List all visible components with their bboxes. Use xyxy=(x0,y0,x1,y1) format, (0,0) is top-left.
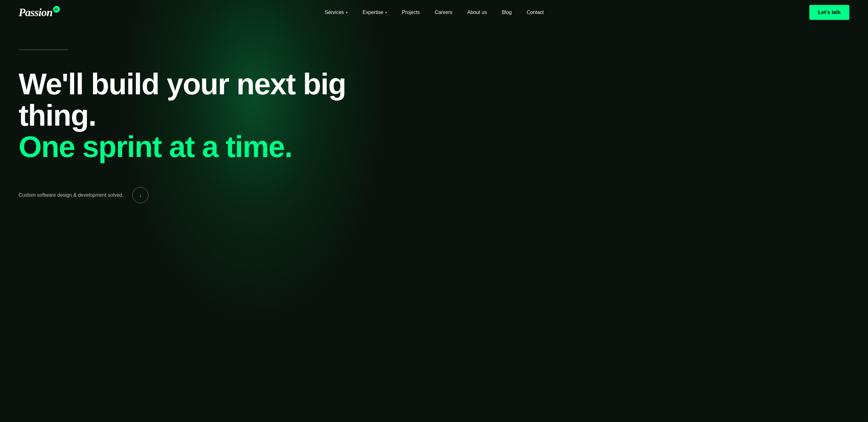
arrow-down-icon: ↓ xyxy=(139,192,142,199)
nav-links: Services ▾ Expertise ▾ Projects Careers xyxy=(325,10,544,15)
cta-button[interactable]: Let's talk xyxy=(809,5,849,20)
nav-link-expertise[interactable]: Expertise ▾ xyxy=(363,10,387,15)
headline-green: One sprint at a time. xyxy=(19,131,391,163)
nav-link-contact[interactable]: Contact xyxy=(527,10,544,15)
nav-item-blog[interactable]: Blog xyxy=(502,10,512,15)
nav-item-services[interactable]: Services ▾ xyxy=(325,10,347,15)
logo-badge: EL xyxy=(53,6,60,13)
nav-item-projects[interactable]: Projects xyxy=(402,10,420,15)
chevron-down-icon: ▾ xyxy=(385,10,387,14)
nav-link-blog[interactable]: Blog xyxy=(502,10,512,15)
scroll-down-button[interactable]: ↓ xyxy=(132,187,148,203)
logo-wordmark: Passion xyxy=(19,6,53,19)
logo[interactable]: PassionEL xyxy=(19,6,59,19)
hero-divider xyxy=(19,50,68,50)
nav-item-about[interactable]: About us xyxy=(467,10,487,15)
hero-subtext-area: Custom software design & development sol… xyxy=(19,187,849,203)
hero-section: PassionEL Services ▾ Expertise ▾ Project… xyxy=(0,0,868,422)
nav-link-careers[interactable]: Careers xyxy=(435,10,452,15)
nav-item-expertise[interactable]: Expertise ▾ xyxy=(363,10,387,15)
nav-link-about[interactable]: About us xyxy=(467,10,487,15)
hero-subtext: Custom software design & development sol… xyxy=(19,192,124,198)
nav-link-projects[interactable]: Projects xyxy=(402,10,420,15)
nav-link-services[interactable]: Services ▾ xyxy=(325,10,347,15)
chevron-down-icon: ▾ xyxy=(346,10,348,14)
hero-headline: We'll build your next big thing. One spr… xyxy=(19,69,391,162)
hero-content: We'll build your next big thing. One spr… xyxy=(0,25,868,203)
headline-white: We'll build your next big thing. xyxy=(19,67,346,132)
nav-item-careers[interactable]: Careers xyxy=(435,10,452,15)
nav-item-contact[interactable]: Contact xyxy=(527,10,544,15)
navbar: PassionEL Services ▾ Expertise ▾ Project… xyxy=(0,0,868,25)
